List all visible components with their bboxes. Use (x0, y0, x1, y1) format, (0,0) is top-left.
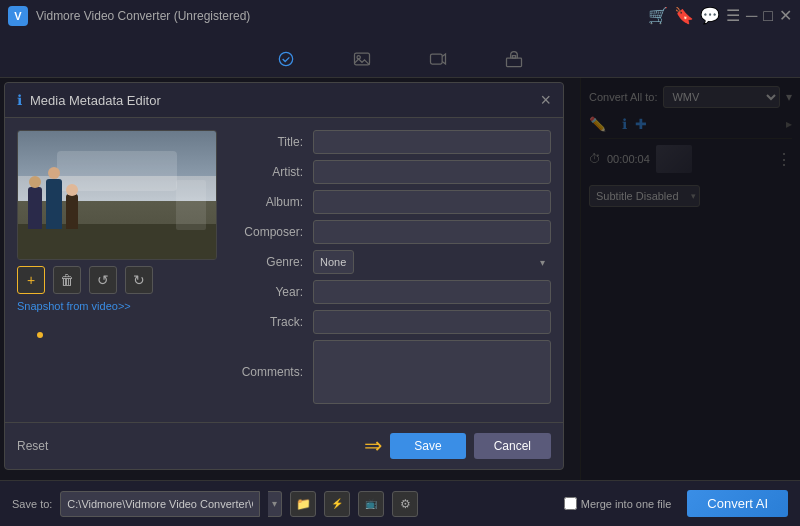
menu-icon[interactable]: ☰ (726, 8, 740, 24)
add-cover-button[interactable]: + (17, 266, 45, 294)
main-area: Convert All to: WMV ▾ ✏️ ℹ ✚ ▸ ⏱ 00:00:0… (0, 78, 800, 480)
metadata-editor-modal: ℹ Media Metadata Editor × (4, 82, 564, 470)
album-label: Album: (233, 195, 313, 209)
undo-button[interactable]: ↺ (89, 266, 117, 294)
redo-button[interactable]: ↻ (125, 266, 153, 294)
svg-point-0 (279, 52, 292, 65)
thumbnail-scene (18, 131, 216, 259)
title-label: Title: (233, 135, 313, 149)
track-label: Track: (233, 315, 313, 329)
track-input[interactable] (313, 310, 551, 334)
title-input[interactable] (313, 130, 551, 154)
cart-icon[interactable]: 🛒 (648, 8, 668, 24)
reset-button[interactable]: Reset (17, 439, 48, 453)
modal-header-icon: ℹ (17, 92, 22, 108)
close-icon[interactable]: ✕ (779, 8, 792, 24)
comments-textarea[interactable] (313, 340, 551, 404)
nav-tabs (0, 32, 800, 78)
folder-icon-button[interactable]: 📁 (290, 491, 316, 517)
bookmark-icon[interactable]: 🔖 (674, 8, 694, 24)
modal-toolbar: + 🗑 ↺ ↻ (17, 266, 217, 294)
genre-row: Genre: None (233, 250, 551, 274)
merge-checkbox[interactable] (564, 497, 577, 510)
artist-label: Artist: (233, 165, 313, 179)
year-label: Year: (233, 285, 313, 299)
composer-label: Composer: (233, 225, 313, 239)
merge-checkbox-row: Merge into one file (564, 497, 672, 510)
genre-select[interactable]: None (313, 250, 354, 274)
app-title: Vidmore Video Converter (Unregistered) (36, 9, 640, 23)
app-logo: V (8, 6, 28, 26)
tab-convert[interactable] (268, 45, 304, 73)
modal-footer: Reset ⇒ Save Cancel (5, 422, 563, 469)
modal-header: ℹ Media Metadata Editor × (5, 83, 563, 118)
arrow-indicator: ⇒ (364, 433, 382, 459)
genre-label: Genre: (233, 255, 313, 269)
screen-icon-button[interactable]: 📺 (358, 491, 384, 517)
bottom-bar: Save to: ▾ 📁 ⚡ 📺 ⚙ Merge into one file C… (0, 480, 800, 526)
title-row: Title: (233, 130, 551, 154)
artist-row: Artist: (233, 160, 551, 184)
save-button[interactable]: Save (390, 433, 465, 459)
path-browse-arrow[interactable]: ▾ (268, 491, 282, 517)
track-row: Track: (233, 310, 551, 334)
yellow-dot-indicator (37, 332, 43, 338)
modal-close-button[interactable]: × (540, 91, 551, 109)
title-bar: V Vidmore Video Converter (Unregistered)… (0, 0, 800, 32)
chat-icon[interactable]: 💬 (700, 8, 720, 24)
modal-body: + 🗑 ↺ ↻ Snapshot from video>> Title: (5, 118, 563, 422)
modal-left-panel: + 🗑 ↺ ↻ Snapshot from video>> (17, 130, 217, 410)
year-input[interactable] (313, 280, 551, 304)
svg-rect-4 (507, 58, 522, 66)
artist-input[interactable] (313, 160, 551, 184)
svg-rect-5 (512, 56, 515, 59)
album-input[interactable] (313, 190, 551, 214)
save-path-input[interactable] (60, 491, 260, 517)
comments-label: Comments: (233, 365, 313, 379)
composer-row: Composer: (233, 220, 551, 244)
minimize-icon[interactable]: ─ (746, 8, 757, 24)
maximize-icon[interactable]: □ (763, 8, 773, 24)
album-row: Album: (233, 190, 551, 214)
year-row: Year: (233, 280, 551, 304)
cover-thumbnail (17, 130, 217, 260)
delete-cover-button[interactable]: 🗑 (53, 266, 81, 294)
cancel-button[interactable]: Cancel (474, 433, 551, 459)
tab-toolbox[interactable] (496, 45, 532, 73)
snapshot-link[interactable]: Snapshot from video>> (17, 300, 217, 312)
composer-input[interactable] (313, 220, 551, 244)
convert-all-button[interactable]: Convert AI (687, 490, 788, 517)
genre-select-wrapper: None (313, 250, 551, 274)
window-controls: 🛒 🔖 💬 ☰ ─ □ ✕ (648, 8, 792, 24)
tab-video[interactable] (420, 45, 456, 73)
comments-row: Comments: (233, 340, 551, 404)
save-to-label: Save to: (12, 498, 52, 510)
modal-title: Media Metadata Editor (30, 93, 161, 108)
svg-rect-3 (431, 54, 443, 64)
settings-icon-button[interactable]: ⚙ (392, 491, 418, 517)
modal-overlay: ℹ Media Metadata Editor × (0, 78, 800, 480)
modal-form: Title: Artist: Album: Composer: (233, 130, 551, 410)
tab-photo[interactable] (344, 45, 380, 73)
flash-icon-button[interactable]: ⚡ (324, 491, 350, 517)
merge-label: Merge into one file (581, 498, 672, 510)
